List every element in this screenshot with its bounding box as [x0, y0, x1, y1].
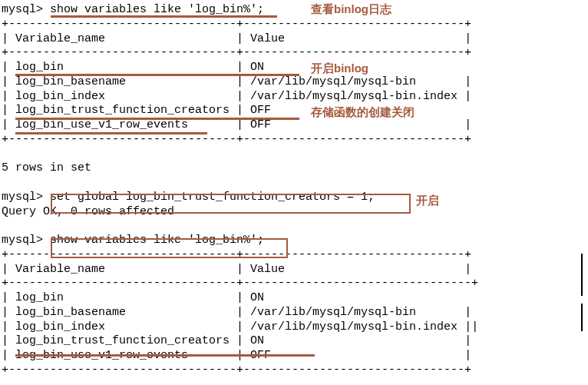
row-name: log_bin — [15, 291, 64, 304]
row-name: log_bin_trust_function_creators — [15, 334, 230, 347]
prompt: mysql> set global log_bin_trust_function… — [2, 191, 375, 204]
result-count: 5 rows in set — [2, 161, 91, 174]
row-value: /var/lib/mysql/mysql-bin — [250, 306, 416, 319]
row-value: OFF — [250, 104, 271, 117]
query-ok: Query OK, 0 rows affected — [2, 205, 174, 218]
row-value: /var/lib/mysql/mysql-bin.index — [250, 320, 458, 334]
table-sep: +---------------------------------+-----… — [2, 277, 478, 290]
prompt: mysql> show variables like 'log_bin%'; — [2, 234, 264, 247]
sql-command-1: show variables like 'log_bin%'; — [50, 3, 264, 16]
row-value: ON — [250, 291, 264, 304]
col-header-name: Variable_name — [15, 263, 105, 276]
row-name: log_bin — [15, 61, 64, 74]
row-value: /var/lib/mysql/mysql-bin — [250, 75, 416, 88]
table-sep: +---------------------------------+-----… — [2, 46, 471, 59]
sql-command-2: set global log_bin_trust_function_creato… — [50, 191, 375, 204]
row-value: ON — [250, 61, 264, 74]
table-sep: +---------------------------------+-----… — [2, 363, 471, 377]
row-value: /var/lib/mysql/mysql-bin.index — [250, 90, 458, 103]
row-name: log_bin_basename — [15, 306, 126, 319]
row-name: log_bin_use_v1_row_events — [15, 349, 188, 362]
row-name: log_bin_trust_function_creators — [15, 104, 230, 117]
row-name: log_bin_use_v1_row_events — [15, 118, 188, 131]
row-name: log_bin_index — [15, 90, 105, 103]
row-value: OFF — [250, 118, 271, 131]
row-value: OFF — [250, 349, 271, 362]
sql-command-3: show variables like 'log_bin%'; — [50, 234, 264, 247]
prompt: mysql> show variables like 'log_bin%'; — [2, 3, 264, 16]
table-sep: +---------------------------------+-----… — [2, 18, 471, 31]
table-sep: +---------------------------------+-----… — [2, 133, 471, 146]
row-name: log_bin_basename — [15, 75, 126, 88]
col-header-value: Value — [250, 32, 285, 45]
terminal-output: mysql> show variables like 'log_bin%'; +… — [2, 3, 588, 378]
col-header-name: Variable_name — [15, 32, 105, 45]
col-header-value: Value — [250, 263, 285, 276]
table-sep: +---------------------------------+-----… — [2, 248, 471, 261]
row-value: ON — [250, 334, 264, 347]
row-name: log_bin_index — [15, 320, 105, 334]
